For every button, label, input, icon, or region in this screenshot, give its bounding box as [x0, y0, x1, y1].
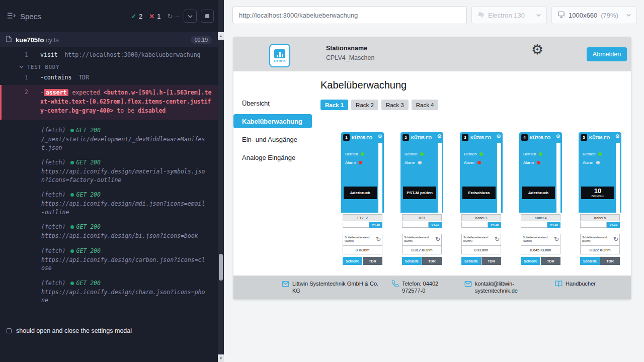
card-gear-icon[interactable]: ⚙ [615, 133, 620, 140]
chevron-down-icon [188, 15, 193, 18]
refresh-icon[interactable]: ↻ [495, 236, 500, 242]
schleife-button[interactable]: Schleife [402, 257, 422, 265]
footer-email[interactable]: kontakt@littwin-systemtechnik.de [464, 280, 534, 295]
fetch-log-entry[interactable]: (fetch)GET 200 https://api.iconify.desig… [41, 158, 218, 184]
refresh-icon[interactable]: ↻ [376, 236, 381, 242]
chevron-down-icon [19, 65, 24, 68]
schleife-button[interactable]: Schleife [461, 257, 481, 265]
stat-passed: ✓2 [131, 13, 142, 20]
resistance-value: 0 KOhm [461, 246, 501, 254]
schleife-button[interactable]: Schleife [343, 257, 362, 265]
collapse-button[interactable] [184, 10, 197, 23]
scroll-up-button[interactable]: ▲ [218, 32, 224, 40]
card-gear-icon[interactable]: ⚙ [377, 133, 382, 140]
tdr-button[interactable]: TDR [481, 257, 501, 265]
card-title: KÜ705-FO [411, 135, 432, 140]
page-title: Kabelüberwachung [320, 79, 631, 91]
contains-command[interactable]: 1 -contains TDR [0, 72, 218, 82]
tdr-button[interactable]: TDR [363, 257, 382, 265]
card-scroll-strip [616, 143, 620, 213]
resistance-label: Schleifenwiderstand [kOhm] [463, 236, 486, 243]
refresh-icon[interactable]: ↻ [435, 236, 440, 242]
device-card: 4 KÜ705-FO ⚙ Betrieb Alarm Aderbruch Kab… [519, 132, 562, 276]
url-input[interactable]: http://localhost:3000/kabelueberwachung [232, 6, 467, 24]
fetch-log-entry[interactable]: (fetch)GET 200 https://api.iconify.desig… [41, 191, 218, 216]
betrieb-label: Betrieb [464, 152, 476, 156]
refresh-icon[interactable]: ↻ [613, 236, 618, 242]
tdr-button[interactable]: TDR [600, 257, 620, 265]
device-card: 3 KÜ705-FO ⚙ Betrieb Alarm Erdschluss Ka… [460, 132, 503, 276]
schleife-button[interactable]: Schleife [580, 257, 600, 265]
version-badge: V4.19 [488, 222, 501, 228]
spec-header[interactable]: kue705fo.cy.ts 00:19 [0, 32, 218, 47]
sidebar-item-kabelueberwachung[interactable]: Kabelüberwachung [233, 114, 312, 128]
card-title: KÜ705-FO [530, 135, 550, 140]
stop-button[interactable] [201, 10, 214, 23]
card-gear-icon[interactable]: ⚙ [496, 133, 501, 140]
cable-input[interactable] [343, 222, 369, 228]
cable-input[interactable] [580, 222, 607, 228]
betrieb-label: Betrieb [523, 152, 536, 156]
alarm-label: Alarm [464, 160, 474, 165]
viewport-select[interactable]: 1000x660 (79%) [551, 6, 637, 24]
main-content: Kabelüberwachung Rack 1 Rack 2 Rack 3 Ra… [312, 71, 631, 276]
card-gear-icon[interactable]: ⚙ [555, 133, 560, 140]
tab-rack-1[interactable]: Rack 1 [320, 100, 348, 110]
card-scroll-strip [378, 143, 382, 213]
cable-input[interactable] [461, 222, 488, 228]
runner-toolbar: http://localhost:3000/kabelueberwachung … [224, 0, 644, 30]
cable-label: Kabel 4 [521, 214, 560, 221]
sidebar-item-uebersicht[interactable]: Übersicht [233, 96, 312, 110]
settings-gear-icon[interactable]: ⚙ [531, 43, 543, 57]
fetch-log-entry[interactable]: (fetch)GET 200 /_next/static/development… [41, 126, 218, 152]
status-dot [70, 282, 74, 285]
fetch-log-entry[interactable]: (fetch)GET 200 https://api.iconify.desig… [41, 279, 218, 305]
station-label: Stationsname [326, 45, 374, 52]
card-number: 1 [343, 134, 350, 141]
scrollbar-thumb[interactable] [219, 254, 223, 281]
status-display: Erdschluss [462, 187, 496, 199]
runner-scrollbar[interactable]: ▲ ▼ [218, 0, 224, 362]
resistance-value: 0 KOhm [343, 246, 382, 254]
suite-header[interactable]: TEST BODY [0, 60, 218, 72]
card-scroll-strip [497, 143, 501, 213]
card-title: KÜ706-FO [589, 135, 610, 140]
visit-command[interactable]: 1 visit http://localhost:3000/kabelueber… [0, 50, 218, 60]
fetch-log-entry[interactable]: (fetch)GET 200 https://api.iconify.desig… [41, 223, 218, 240]
tab-rack-3[interactable]: Rack 3 [381, 100, 409, 110]
card-gear-icon[interactable]: ⚙ [437, 133, 442, 140]
scroll-down-button[interactable]: ▼ [218, 354, 224, 362]
runner-content: Specs ✓2 ✕1 ↻-- kue705fo.cy.ts 00:19 [0, 0, 218, 362]
browser-select[interactable]: Electron 130 [471, 6, 547, 24]
cable-input[interactable] [521, 222, 547, 228]
logo-icon [274, 49, 285, 58]
failed-assert-command[interactable]: 2 -assert expected <button.w-[50%].h-[1.… [0, 85, 218, 120]
tab-rack-4[interactable]: Rack 4 [412, 100, 439, 110]
tdr-button[interactable]: TDR [422, 257, 442, 265]
betrieb-led [420, 152, 424, 156]
tdr-button[interactable]: TDR [541, 257, 560, 265]
tab-rack-2[interactable]: Rack 2 [351, 100, 378, 110]
stop-icon [205, 14, 209, 18]
x-icon: ✕ [149, 13, 154, 20]
alarm-led [596, 161, 600, 164]
resistance-label: Schleifenwiderstand [kOhm] [345, 236, 367, 243]
status-dot [70, 129, 74, 132]
alarm-led [418, 161, 422, 164]
next-test-item[interactable]: should open and close the settings modal [0, 324, 218, 338]
logout-button[interactable]: Abmelden [587, 47, 627, 61]
schleife-button[interactable]: Schleife [521, 257, 540, 265]
betrieb-led [361, 152, 364, 156]
footer-manuals[interactable]: Handbücher [555, 280, 596, 288]
refresh-icon[interactable]: ↻ [554, 236, 559, 242]
alarm-label: Alarm [523, 160, 534, 165]
cable-input[interactable] [402, 222, 429, 228]
stat-failed: ✕1 [149, 13, 160, 20]
footer-phone[interactable]: Telefon: 04402 972577-0 [391, 280, 456, 295]
fetch-log-entry[interactable]: (fetch)GET 200 https://api.iconify.desig… [41, 247, 218, 273]
sidebar-item-ein-und-ausgaenge[interactable]: Ein- und Ausgänge [233, 132, 312, 146]
specs-nav[interactable]: Specs [7, 12, 41, 21]
sidebar-item-analoge-eingaenge[interactable]: Analoge Eingänge [233, 150, 312, 164]
pending-icon: ↻ [167, 13, 173, 20]
book-icon [555, 280, 562, 288]
